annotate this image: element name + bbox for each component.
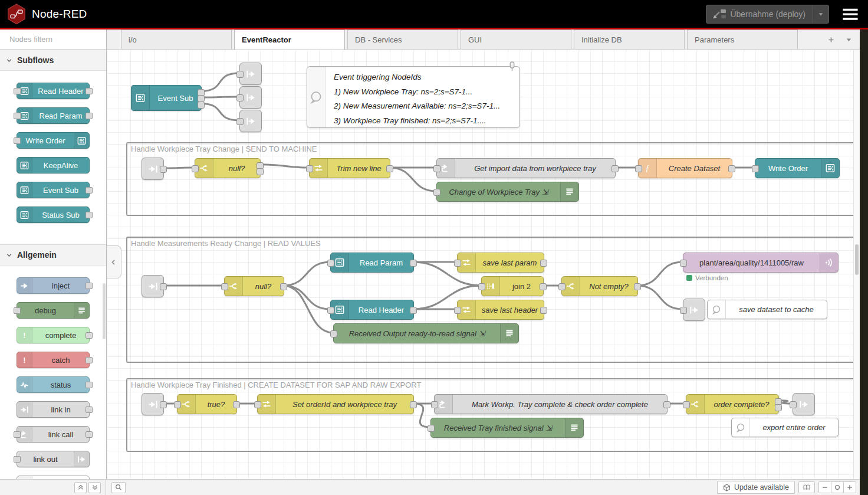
node-link-out-top-2[interactable] (239, 86, 262, 109)
input-port[interactable] (680, 307, 687, 314)
palette-item-link-call[interactable]: link call (17, 426, 90, 442)
output-port[interactable] (233, 401, 240, 408)
input-port[interactable] (14, 456, 21, 463)
navigator-button[interactable] (798, 481, 815, 493)
flow-list-button[interactable] (841, 32, 856, 47)
node-g3-order-complete[interactable]: order complete? (686, 394, 779, 414)
collapse-all-button[interactable] (74, 482, 87, 493)
comment-node-event-comment[interactable]: Event triggering NodeIds1) New Workpiece… (307, 66, 520, 128)
palette-item-write-order[interactable]: Write Order (17, 132, 90, 149)
tab-i-o[interactable]: i/o (121, 29, 232, 49)
node-g1-null[interactable]: null? (195, 158, 261, 178)
deploy-button[interactable]: Übernahme (deploy) (706, 5, 829, 24)
tab-eventreactor[interactable]: EventReactor (234, 29, 345, 50)
output-port[interactable] (540, 283, 547, 290)
tab-gui[interactable]: GUI (461, 29, 571, 49)
wire[interactable] (637, 262, 683, 286)
wire[interactable] (283, 262, 330, 286)
node-g2-comment[interactable]: save dataset to cache (707, 300, 827, 319)
expand-all-button[interactable] (88, 482, 101, 493)
output-port[interactable] (775, 404, 782, 411)
input-port[interactable] (192, 165, 199, 172)
palette-search[interactable] (0, 29, 106, 50)
output-port[interactable] (198, 101, 205, 109)
output-port[interactable] (86, 187, 93, 194)
palette-item-inject[interactable]: inject (17, 277, 90, 294)
input-port[interactable] (306, 165, 313, 172)
zoom-reset-button[interactable] (831, 481, 844, 493)
palette-scrollbar[interactable] (103, 283, 106, 339)
input-port[interactable] (327, 260, 334, 267)
node-g1-create-dataset[interactable]: ƒCreate Dataset (638, 158, 732, 178)
main-menu-button[interactable] (842, 8, 859, 21)
wire[interactable] (200, 73, 239, 91)
palette-item-event-sub[interactable]: Event Sub (17, 182, 90, 198)
node-g2-read-header[interactable]: Read Header (330, 300, 414, 320)
node-event-sub[interactable]: Event Sub (131, 85, 202, 111)
input-port[interactable] (478, 283, 485, 290)
node-g2-save-header[interactable]: save last header (457, 300, 544, 320)
input-port[interactable] (14, 113, 21, 119)
palette-item-status[interactable]: status (17, 376, 90, 393)
add-flow-button[interactable] (823, 32, 839, 47)
palette-collapse-button[interactable] (107, 245, 121, 278)
palette-item-complete[interactable]: !complete (17, 327, 90, 343)
node-g1-trim[interactable]: Trim new line (309, 158, 390, 178)
node-g3-link-out[interactable] (793, 393, 815, 415)
output-port[interactable] (86, 113, 93, 119)
input-port[interactable] (221, 283, 228, 290)
canvas-scrollbar[interactable] (853, 50, 860, 479)
input-port[interactable] (431, 401, 438, 408)
tab-parameters[interactable]: Parameters (687, 29, 798, 49)
palette-search-input[interactable] (8, 34, 107, 44)
input-port[interactable] (236, 94, 244, 101)
node-g1-write-order[interactable]: Write Order (755, 158, 840, 178)
flow-canvas[interactable]: Handle Workpiece Tray Change | SEND TO M… (107, 50, 860, 479)
input-port[interactable] (790, 401, 797, 408)
output-port[interactable] (540, 307, 547, 314)
input-port[interactable] (236, 118, 244, 125)
output-port[interactable] (86, 431, 93, 438)
node-g1-get-import[interactable]: Get import data from workpiece tray (436, 158, 616, 178)
node-g2-read-param[interactable]: Read Param (330, 253, 414, 273)
output-port[interactable] (86, 283, 93, 289)
node-link-out-top-1[interactable] (239, 63, 262, 85)
wire[interactable] (200, 104, 239, 121)
palette-item-link-out[interactable]: link out (17, 451, 90, 467)
input-port[interactable] (752, 165, 759, 172)
palette-item-status-sub[interactable]: Status Sub (17, 206, 90, 223)
output-port[interactable] (86, 212, 93, 218)
output-port[interactable] (386, 165, 393, 172)
output-port[interactable] (257, 168, 264, 175)
wire[interactable] (389, 168, 436, 191)
input-port[interactable] (327, 307, 334, 314)
node-g3-debug[interactable]: Received Tray finished signal ⇲ (430, 418, 584, 438)
output-port[interactable] (410, 307, 417, 314)
node-g2-mqtt[interactable]: plant/area/quality/1411005/raw (683, 253, 839, 273)
input-port[interactable] (174, 401, 181, 408)
node-g2-save-param[interactable]: save last param (457, 253, 544, 273)
input-port[interactable] (428, 425, 435, 432)
input-port[interactable] (14, 431, 21, 438)
output-port[interactable] (160, 401, 167, 408)
palette-section-header-subflows[interactable]: Subflows (0, 50, 106, 71)
canvas-search-button[interactable] (111, 482, 126, 493)
output-port[interactable] (634, 283, 641, 290)
zoom-out-button[interactable] (818, 481, 831, 493)
input-port[interactable] (680, 260, 687, 267)
palette-section-header-allgemein[interactable]: Allgemein (0, 244, 106, 265)
output-port[interactable] (86, 332, 93, 339)
output-port[interactable] (611, 165, 619, 172)
palette-item-keepalive[interactable]: KeepAlive (17, 157, 90, 173)
chevron-down-icon[interactable] (813, 11, 828, 18)
node-g1-debug[interactable]: Change of Workpiece Tray ⇲ (436, 182, 579, 202)
wire[interactable] (259, 165, 309, 168)
input-port[interactable] (558, 283, 565, 290)
output-port[interactable] (160, 166, 167, 173)
output-port[interactable] (86, 88, 93, 94)
output-port[interactable] (160, 283, 167, 290)
node-g2-link-out[interactable] (683, 299, 705, 321)
palette-item-read-param[interactable]: Read Param (17, 107, 90, 124)
output-port[interactable] (86, 407, 93, 413)
wire[interactable] (637, 286, 683, 309)
